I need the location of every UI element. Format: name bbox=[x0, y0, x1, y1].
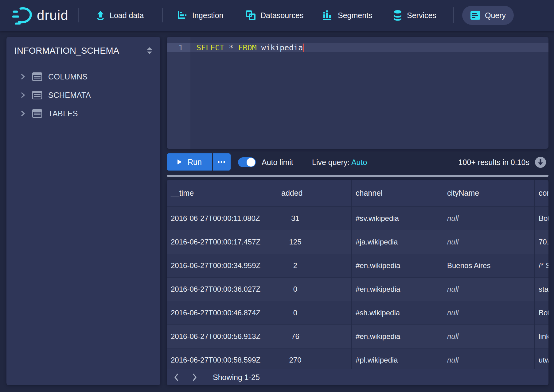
nav-item-query-active[interactable]: Query bbox=[462, 6, 514, 25]
tree-item-tables[interactable]: TABLES bbox=[6, 104, 160, 123]
nav-item-load-data[interactable]: Load data bbox=[96, 0, 144, 31]
text-cursor bbox=[303, 44, 304, 52]
results-table: __time added channel cityName comment 20… bbox=[167, 180, 548, 385]
table-cell[interactable]: #en.wikipedia bbox=[351, 278, 443, 301]
chevron-right-icon bbox=[20, 91, 26, 99]
download-results-icon[interactable] bbox=[535, 156, 546, 168]
ellipsis-icon: ••• bbox=[217, 159, 226, 166]
table-cell[interactable]: link bbox=[534, 325, 548, 348]
table-cell[interactable]: #pl.wikipedia bbox=[351, 348, 443, 369]
results-header-row: __time added channel cityName comment bbox=[167, 180, 548, 206]
nav-separator bbox=[78, 8, 79, 22]
bar-chart-icon bbox=[322, 10, 333, 21]
table-cell[interactable]: 2016-06-27T00:00:56.913Z bbox=[167, 325, 277, 348]
panel-resize-divider[interactable] bbox=[167, 175, 548, 177]
druid-logo[interactable]: druid bbox=[12, 0, 68, 31]
table-cell[interactable]: 0 bbox=[277, 278, 351, 301]
tree-item-columns[interactable]: COLUMNS bbox=[6, 67, 160, 86]
table-cell[interactable]: Bot bbox=[534, 301, 548, 325]
tree-item-label: TABLES bbox=[48, 109, 78, 118]
table-cell[interactable]: /* S bbox=[534, 254, 548, 277]
column-header-channel[interactable]: channel bbox=[351, 180, 443, 206]
table-cell[interactable]: 2016-06-27T00:00:17.457Z bbox=[167, 230, 277, 254]
table-cell[interactable]: 31 bbox=[277, 207, 351, 230]
layered-squares-icon bbox=[245, 10, 256, 21]
column-header-time[interactable]: __time bbox=[167, 180, 277, 206]
table-cell[interactable]: 2016-06-27T00:00:34.959Z bbox=[167, 254, 277, 277]
live-query-label: Live query: Auto bbox=[312, 158, 367, 167]
auto-limit-toggle[interactable] bbox=[238, 157, 256, 167]
tree-item-label: SCHEMATA bbox=[48, 91, 91, 100]
table-cell[interactable]: #en.wikipedia bbox=[351, 325, 443, 348]
database-icon bbox=[393, 10, 402, 21]
table-cell[interactable]: #sv.wikipedia bbox=[351, 207, 443, 230]
chevron-right-icon bbox=[20, 73, 26, 80]
table-cell[interactable]: null bbox=[443, 278, 534, 301]
auto-limit-label: Auto limit bbox=[262, 158, 293, 167]
run-button[interactable]: Run bbox=[167, 153, 212, 171]
table-cell[interactable]: null bbox=[443, 207, 534, 230]
table-cell[interactable]: 2016-06-27T00:00:58.599Z bbox=[167, 348, 277, 369]
table-cell[interactable]: 270 bbox=[277, 348, 351, 369]
run-button-label: Run bbox=[188, 158, 202, 167]
next-page-button[interactable] bbox=[189, 372, 200, 382]
table-cell[interactable]: 125 bbox=[277, 230, 351, 254]
table-cell[interactable]: #en.wikipedia bbox=[351, 254, 443, 277]
table-cell[interactable]: Buenos Aires bbox=[443, 254, 534, 277]
table-cell[interactable]: 2016-06-27T00:00:36.027Z bbox=[167, 278, 277, 301]
table-cell[interactable]: sta bbox=[534, 278, 548, 301]
table-row[interactable]: 2016-06-27T00:00:56.913Z76#en.wikipedian… bbox=[167, 325, 548, 348]
nav-item-label: Services bbox=[407, 11, 436, 20]
column-header-cityname[interactable]: cityName bbox=[443, 180, 534, 206]
line-number: 1 bbox=[167, 43, 190, 52]
nav-item-label: Ingestion bbox=[192, 11, 223, 20]
druid-logo-icon bbox=[12, 6, 33, 25]
table-icon bbox=[32, 72, 42, 81]
editor-gutter bbox=[167, 37, 190, 149]
toggle-knob bbox=[247, 158, 255, 167]
tree-item-schemata[interactable]: SCHEMATA bbox=[6, 86, 160, 104]
table-cell[interactable]: 2 bbox=[277, 254, 351, 277]
table-cell[interactable]: null bbox=[443, 301, 534, 325]
navbar: druid Load data Ingestion bbox=[0, 0, 554, 31]
table-cell[interactable]: 2016-06-27T00:00:46.874Z bbox=[167, 301, 277, 325]
table-cell[interactable]: #sh.wikipedia bbox=[351, 301, 443, 325]
nav-item-ingestion[interactable]: Ingestion bbox=[177, 0, 223, 31]
nav-item-datasources[interactable]: Datasources bbox=[245, 0, 303, 31]
table-row[interactable]: 2016-06-27T00:00:11.080Z31#sv.wikipedian… bbox=[167, 206, 548, 230]
table-cell[interactable]: Bot bbox=[534, 207, 548, 230]
brand-wordmark: druid bbox=[37, 8, 68, 23]
table-cell[interactable]: null bbox=[443, 348, 534, 369]
table-cell[interactable]: 2016-06-27T00:00:11.080Z bbox=[167, 207, 277, 230]
nav-item-label: Load data bbox=[110, 11, 144, 20]
sql-code-line[interactable]: SELECT * FROM wikipedia bbox=[197, 43, 304, 52]
table-row[interactable]: 2016-06-27T00:00:36.027Z0#en.wikipedianu… bbox=[167, 277, 548, 301]
chevron-right-icon bbox=[20, 110, 26, 117]
schema-select[interactable]: INFORMATION_SCHEMA bbox=[6, 42, 160, 60]
table-cell[interactable]: utw bbox=[534, 348, 548, 369]
column-header-comment[interactable]: comment bbox=[534, 180, 548, 206]
live-query-mode-link[interactable]: Auto bbox=[351, 158, 367, 167]
sql-editor[interactable]: 1 SELECT * FROM wikipedia bbox=[167, 37, 548, 149]
play-icon bbox=[177, 159, 182, 165]
table-cell[interactable]: #ja.wikipedia bbox=[351, 230, 443, 254]
nav-item-label: Query bbox=[485, 11, 506, 20]
previous-page-button[interactable] bbox=[171, 372, 181, 382]
table-row[interactable]: 2016-06-27T00:00:17.457Z125#ja.wikipedia… bbox=[167, 230, 548, 254]
nav-item-services[interactable]: Services bbox=[393, 0, 436, 31]
table-cell[interactable]: 70. bbox=[534, 230, 548, 254]
table-cell[interactable]: null bbox=[443, 325, 534, 348]
table-row[interactable]: 2016-06-27T00:00:58.599Z270#pl.wikipedia… bbox=[167, 348, 548, 369]
table-row[interactable]: 2016-06-27T00:00:46.874Z0#sh.wikipedianu… bbox=[167, 301, 548, 325]
table-row[interactable]: 2016-06-27T00:00:34.959Z2#en.wikipediaBu… bbox=[167, 254, 548, 277]
table-cell[interactable]: 0 bbox=[277, 301, 351, 325]
table-cell[interactable]: null bbox=[443, 230, 534, 254]
ingestion-chart-icon bbox=[177, 10, 188, 20]
showing-range-label: Showing 1-25 bbox=[213, 373, 260, 382]
upload-icon bbox=[96, 10, 105, 20]
table-cell[interactable]: 76 bbox=[277, 325, 351, 348]
column-header-added[interactable]: added bbox=[277, 180, 351, 206]
schema-select-value: INFORMATION_SCHEMA bbox=[14, 46, 147, 56]
nav-item-segments[interactable]: Segments bbox=[322, 0, 373, 31]
more-options-button[interactable]: ••• bbox=[213, 153, 231, 171]
